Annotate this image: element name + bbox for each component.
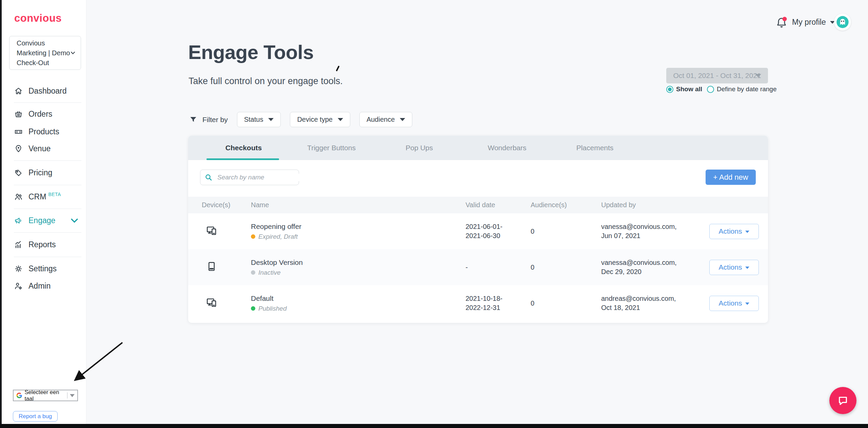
divider [67,392,67,398]
gear-icon [14,264,23,273]
col-name: Name [251,201,466,209]
audience-filter-dropdown[interactable]: Audience [359,112,412,127]
sidebar-divider [14,257,81,257]
sidebar-item-products[interactable]: Products [2,124,86,139]
funnel-icon [189,115,198,124]
page-title: Engage Tools [188,41,314,63]
sidebar-item-label: Settings [28,264,57,273]
dropdown-label: Audience [367,116,395,123]
sidebar-item-label: Reports [28,240,56,249]
avatar[interactable] [834,14,851,31]
tab-pop-ups[interactable]: Pop Ups [375,136,463,160]
google-translate-widget[interactable]: Selecteer een taal [13,390,78,401]
sidebar-item-crm[interactable]: CRM BETA [2,190,86,204]
sidebar-item-venue[interactable]: Venue [2,141,86,156]
home-icon [14,86,23,96]
radio-label: Show all [676,85,702,93]
sidebar-item-admin[interactable]: Admin [2,279,86,293]
actions-label: Actions [719,263,742,271]
desktop-mobile-icon [202,225,251,238]
status-text: Published [258,305,287,312]
sidebar-item-pricing[interactable]: Pricing [2,166,86,180]
filter-bar: Filter by Status Device type Audience [189,112,412,127]
valid-date-cell: 2021-10-18-2022-12-31 [466,294,531,312]
chat-button[interactable] [829,387,856,414]
tab-checkouts[interactable]: Checkouts [200,136,288,160]
table-row: Reopening offer Expired, Draft 2021-06-0… [188,213,768,249]
col-updated-by: Updated by [601,201,709,209]
status-dot [251,270,255,275]
chevron-down-icon [70,50,76,56]
workspace-selector[interactable]: Convious Marketing | Demo Check-Out [9,36,81,70]
user-gear-icon [14,281,23,291]
sidebar-item-settings[interactable]: Settings [2,261,86,276]
status-filter-dropdown[interactable]: Status [237,112,281,127]
date-filter-options: Show all Define by date range [666,85,768,93]
actions-button[interactable]: Actions [709,224,759,239]
status-dot [251,306,255,311]
pencil-cursor-mark [334,65,341,73]
actions-button[interactable]: Actions [709,260,759,275]
actions-label: Actions [719,227,742,235]
map-pin-icon [14,144,23,153]
tab-placements[interactable]: Placements [551,136,639,160]
sidebar-divider [14,209,81,209]
audiences-cell: 0 [531,299,601,307]
dropdown-label: Status [244,116,263,123]
radio-unselected-icon [707,86,714,93]
tool-name: Default [251,294,274,302]
radio-define-range[interactable]: Define by date range [707,85,776,93]
device-type-filter-dropdown[interactable]: Device type [290,112,350,127]
sidebar-item-dashboard[interactable]: Dashboard [2,84,86,98]
sidebar-item-orders[interactable]: Orders [2,107,86,121]
dropdown-arrow-icon [268,118,274,121]
tab-trigger-buttons[interactable]: Trigger Buttons [288,136,375,160]
notifications-bell-icon[interactable] [774,16,789,30]
status-text: Inactive [258,269,280,276]
sidebar-item-label: Admin [28,281,51,291]
radio-show-all[interactable]: Show all [666,85,702,93]
desktop-mobile-icon [202,297,251,310]
my-profile-menu[interactable]: My profile [792,18,835,27]
add-new-button[interactable]: + Add new [706,170,756,185]
report-bug-button[interactable]: Report a bug [13,411,58,422]
tag-icon [14,168,23,177]
sidebar: convious Convious Marketing | Demo Check… [2,0,86,424]
window-bottom-edge [0,424,868,428]
bar-chart-icon [14,240,23,249]
tab-bar: Checkouts Trigger Buttons Pop Ups Wonder… [188,136,768,160]
avatar-logo-icon [834,14,851,31]
desktop-icon [202,261,251,274]
engage-tools-card: Checkouts Trigger Buttons Pop Ups Wonder… [188,136,768,323]
sidebar-item-label: Dashboard [28,86,67,96]
dropdown-arrow-icon [745,303,749,305]
sidebar-item-reports[interactable]: Reports [2,237,86,252]
sidebar-item-label: Venue [28,144,51,153]
search-box[interactable] [200,170,299,185]
status-text: Expired, Draft [258,233,298,240]
audiences-cell: 0 [531,264,601,271]
sidebar-divider [14,232,81,233]
dropdown-label: Device type [297,116,333,123]
date-range-select[interactable]: Oct 01, 2021 - Oct 31, 2021 [666,68,768,83]
chevron-down-icon [70,216,79,225]
col-audiences: Audience(s) [531,201,601,209]
search-input[interactable] [217,174,301,181]
chat-bubble-icon [836,394,849,407]
dropdown-arrow-icon [745,231,749,233]
actions-label: Actions [719,299,742,307]
sidebar-item-label: CRM [28,192,46,201]
sidebar-divider [14,185,81,185]
dropdown-arrow-icon [745,267,749,269]
tool-name-cell: Default Published [251,294,466,312]
tab-wonderbars[interactable]: Wonderbars [463,136,551,160]
valid-date-cell: 2021-06-01-2021-06-30 [466,222,531,240]
actions-button[interactable]: Actions [709,296,759,311]
translate-label: Selecteer een taal [25,389,64,402]
tool-name-cell: Reopening offer Expired, Draft [251,222,466,240]
updated-by-cell: vanessa@convious.com,Jun 07, 2021 [601,222,709,240]
audiences-cell: 0 [531,228,601,235]
date-range-value: Oct 01, 2021 - Oct 31, 2021 [673,72,761,80]
sidebar-item-engage[interactable]: Engage [2,213,86,228]
crm-beta-badge: BETA [48,192,61,197]
